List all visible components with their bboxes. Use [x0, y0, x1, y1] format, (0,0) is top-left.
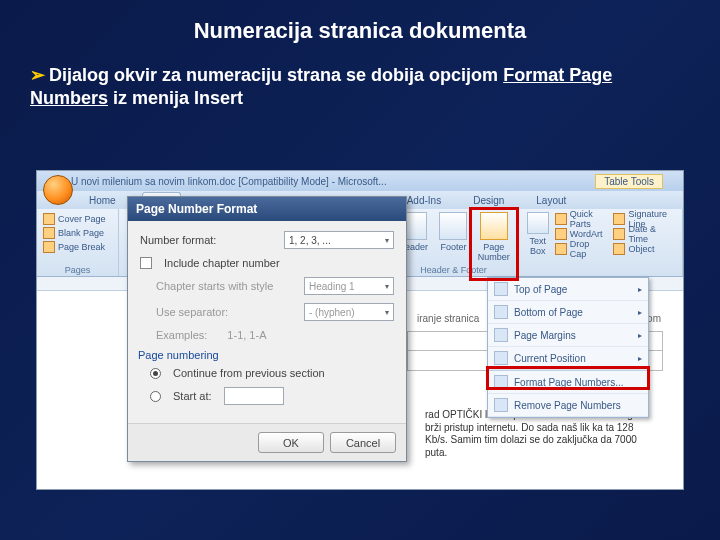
continue-radio[interactable] [150, 368, 161, 379]
chevron-right-icon: ▸ [638, 308, 642, 317]
footer-icon [439, 212, 467, 240]
tab-design[interactable]: Design [467, 193, 510, 208]
drop-cap-icon [555, 243, 567, 255]
dropdown-margins-label: Page Margins [514, 330, 576, 341]
chapter-starts-label: Chapter starts with style [156, 280, 296, 292]
dropdown-bottom-of-page[interactable]: Bottom of Page▸ [488, 301, 648, 324]
page-break-label: Page Break [58, 242, 105, 252]
date-time-label: Date & Time [628, 224, 676, 244]
contextual-tab-label: Table Tools [595, 174, 663, 189]
dropdown-top-of-page[interactable]: Top of Page▸ [488, 278, 648, 301]
page-margins-icon [494, 328, 508, 342]
pages-group-label: Pages [37, 265, 118, 275]
include-chapter-checkbox[interactable] [140, 257, 152, 269]
separator-value: - (hyphen) [309, 307, 355, 318]
bottom-of-page-icon [494, 305, 508, 319]
page-break-icon [43, 241, 55, 253]
text-box-label: Text Box [530, 236, 547, 256]
drop-cap-button[interactable]: Drop Cap [555, 242, 608, 256]
chevron-down-icon: ▾ [385, 282, 389, 291]
blank-page-icon [43, 227, 55, 239]
body-text-1: Dijalog okvir za numeraciju strana se do… [49, 65, 498, 85]
object-label: Object [628, 244, 654, 254]
remove-page-numbers-icon [494, 398, 508, 412]
chevron-right-icon: ▸ [638, 331, 642, 340]
blank-page-label: Blank Page [58, 228, 104, 238]
quick-parts-icon [555, 213, 567, 225]
body-text-2: iz menija [108, 88, 194, 108]
drop-cap-label: Drop Cap [570, 239, 608, 259]
cover-page-button[interactable]: Cover Page [43, 212, 112, 226]
footer-label: Footer [440, 242, 466, 252]
cover-page-icon [43, 213, 55, 225]
blank-page-button[interactable]: Blank Page [43, 226, 112, 240]
chevron-right-icon: ▸ [638, 285, 642, 294]
page-numbering-section: Page numbering [138, 349, 394, 361]
number-format-value: 1, 2, 3, ... [289, 235, 331, 246]
cancel-button[interactable]: Cancel [330, 432, 396, 453]
dropdown-remove-label: Remove Page Numbers [514, 400, 621, 411]
doc-header-text: iranje stranica [417, 313, 479, 324]
dialog-title: Page Number Format [128, 197, 406, 221]
start-at-radio[interactable] [150, 391, 161, 402]
chevron-down-icon: ▾ [385, 308, 389, 317]
start-at-input[interactable] [224, 387, 284, 405]
footer-button[interactable]: Footer [435, 212, 471, 262]
slide-body: ➢Dijalog okvir za numeraciju strana se d… [0, 44, 720, 111]
chevron-right-icon: ▸ [638, 354, 642, 363]
chapter-style-select: Heading 1 ▾ [304, 277, 394, 295]
include-chapter-label: Include chapter number [164, 257, 280, 269]
number-format-select[interactable]: 1, 2, 3, ... ▾ [284, 231, 394, 249]
ok-button[interactable]: OK [258, 432, 324, 453]
office-button-icon[interactable] [43, 175, 73, 205]
dropdown-remove-page-numbers[interactable]: Remove Page Numbers [488, 394, 648, 417]
ribbon-group-pages: Cover Page Blank Page Page Break Pages [37, 209, 119, 276]
chevron-down-icon: ▾ [385, 236, 389, 245]
object-button[interactable]: Object [613, 242, 676, 256]
window-title: U novi milenium sa novim linkom.doc [Com… [71, 176, 387, 187]
signature-icon [613, 213, 625, 225]
top-of-page-icon [494, 282, 508, 296]
current-position-icon [494, 351, 508, 365]
text-box-button[interactable]: Text Box [525, 212, 551, 256]
use-separator-label: Use separator: [156, 306, 296, 318]
quick-parts-button[interactable]: Quick Parts [555, 212, 608, 226]
bullet-icon: ➢ [30, 65, 45, 85]
dropdown-top-label: Top of Page [514, 284, 567, 295]
tab-addins[interactable]: Add-Ins [401, 193, 447, 208]
highlight-page-number-button [469, 207, 519, 281]
chapter-style-value: Heading 1 [309, 281, 355, 292]
word-screenshot: U novi milenium sa novim linkom.doc [Com… [36, 170, 684, 490]
titlebar: U novi milenium sa novim linkom.doc [Com… [37, 171, 683, 191]
object-icon [613, 243, 625, 255]
cover-page-label: Cover Page [58, 214, 106, 224]
wordart-icon [555, 228, 567, 240]
page-number-format-dialog: Page Number Format Number format: 1, 2, … [127, 196, 407, 462]
start-at-label: Start at: [173, 390, 212, 402]
page-number-dropdown: Top of Page▸ Bottom of Page▸ Page Margin… [487, 277, 649, 418]
highlight-format-page-numbers [486, 366, 650, 390]
page-break-button[interactable]: Page Break [43, 240, 112, 254]
date-time-icon [613, 228, 625, 240]
examples-value: 1-1, 1-A [227, 329, 266, 341]
number-format-label: Number format: [140, 234, 276, 246]
tab-layout[interactable]: Layout [530, 193, 572, 208]
dropdown-page-margins[interactable]: Page Margins▸ [488, 324, 648, 347]
dropdown-bottom-label: Bottom of Page [514, 307, 583, 318]
continue-label: Continue from previous section [173, 367, 325, 379]
ribbon-group-text: Text Box Quick Parts WordArt Drop Cap Si… [519, 209, 683, 276]
date-time-button[interactable]: Date & Time [613, 227, 676, 241]
wordart-label: WordArt [570, 229, 603, 239]
slide-title: Numeracija stranica dokumenta [0, 0, 720, 44]
quick-parts-label: Quick Parts [570, 209, 608, 229]
examples-label: Examples: [156, 329, 207, 341]
text-box-icon [527, 212, 549, 234]
dropdown-current-label: Current Position [514, 353, 586, 364]
body-bold-2: Insert [194, 88, 243, 108]
tab-home[interactable]: Home [83, 193, 122, 208]
separator-select: - (hyphen) ▾ [304, 303, 394, 321]
